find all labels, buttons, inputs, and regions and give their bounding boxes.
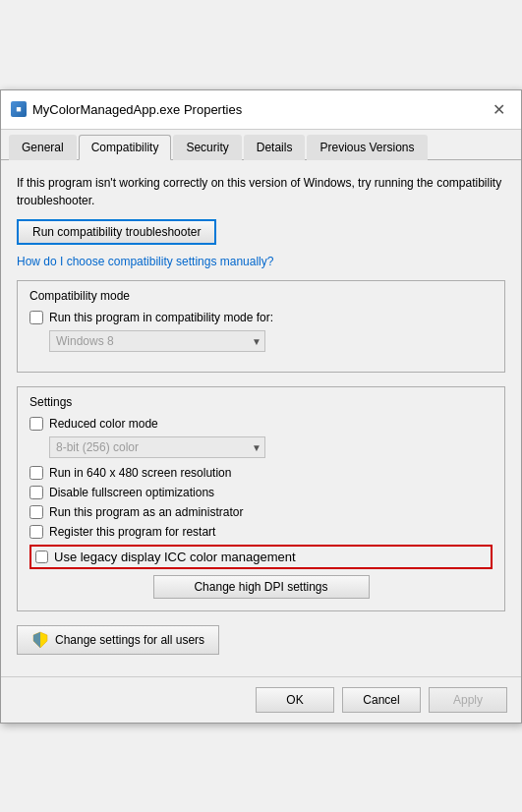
help-link[interactable]: How do I choose compatibility settings m… (17, 255, 505, 268)
compat-mode-checkbox-label[interactable]: Run this program in compatibility mode f… (49, 311, 273, 324)
footer-buttons: OK Cancel Apply (1, 676, 521, 723)
fullscreen-checkbox[interactable] (29, 486, 43, 499)
icc-highlight-row: Use legacy display ICC color management (29, 545, 493, 569)
settings-section: Settings Reduced color mode 8-bit (256) … (17, 386, 505, 611)
compat-mode-checkbox-row: Run this program in compatibility mode f… (29, 311, 493, 324)
compat-mode-dropdown-wrapper: Windows 8 Windows 7 Windows Vista (SP2) … (49, 330, 265, 352)
resolution-label[interactable]: Run in 640 x 480 screen resolution (49, 466, 231, 480)
admin-label[interactable]: Run this program as an administrator (49, 505, 243, 519)
admin-row: Run this program as an administrator (29, 505, 493, 519)
settings-label: Settings (29, 395, 493, 409)
window-title: MyColorManagedApp.exe Properties (32, 102, 242, 117)
icc-label[interactable]: Use legacy display ICC color management (54, 550, 296, 564)
restart-label[interactable]: Register this program for restart (49, 525, 215, 539)
properties-window: ■ MyColorManagedApp.exe Properties ✕ Gen… (0, 89, 522, 724)
compat-mode-checkbox[interactable] (29, 311, 43, 324)
resolution-row: Run in 640 x 480 screen resolution (29, 466, 493, 480)
admin-checkbox[interactable] (29, 505, 43, 519)
compat-mode-dropdown[interactable]: Windows 8 Windows 7 Windows Vista (SP2) … (49, 330, 265, 352)
shield-icon (31, 631, 49, 649)
dpi-button-row: Change high DPI settings (29, 575, 493, 599)
change-dpi-button[interactable]: Change high DPI settings (153, 575, 370, 599)
tab-previous-versions[interactable]: Previous Versions (307, 135, 427, 160)
app-icon: ■ (11, 101, 27, 117)
compatibility-mode-section: Compatibility mode Run this program in c… (17, 280, 505, 373)
title-bar-left: ■ MyColorManagedApp.exe Properties (11, 101, 242, 117)
tab-security[interactable]: Security (173, 135, 241, 160)
fullscreen-label[interactable]: Disable fullscreen optimizations (49, 486, 214, 499)
tab-content: If this program isn't working correctly … (1, 160, 521, 676)
compat-mode-label: Compatibility mode (29, 289, 493, 303)
info-text: If this program isn't working correctly … (17, 174, 505, 209)
all-users-label: Change settings for all users (55, 633, 204, 647)
color-dropdown-wrapper: 8-bit (256) color 16-bit color ▼ (49, 436, 265, 458)
restart-checkbox[interactable] (29, 525, 43, 539)
cancel-button[interactable]: Cancel (342, 687, 421, 713)
title-bar: ■ MyColorManagedApp.exe Properties ✕ (1, 90, 521, 130)
all-users-row: Change settings for all users (17, 625, 505, 655)
ok-button[interactable]: OK (256, 687, 334, 713)
tab-details[interactable]: Details (244, 135, 306, 160)
apply-button[interactable]: Apply (429, 687, 507, 713)
restart-row: Register this program for restart (29, 525, 493, 539)
color-depth-dropdown[interactable]: 8-bit (256) color 16-bit color (49, 436, 265, 458)
fullscreen-row: Disable fullscreen optimizations (29, 486, 493, 499)
reduced-color-row: Reduced color mode (29, 417, 493, 431)
tab-compatibility[interactable]: Compatibility (79, 135, 172, 160)
tab-general[interactable]: General (9, 135, 77, 160)
resolution-checkbox[interactable] (29, 466, 43, 480)
close-button[interactable]: ✕ (487, 98, 511, 121)
reduced-color-label[interactable]: Reduced color mode (49, 417, 158, 431)
reduced-color-checkbox[interactable] (29, 417, 43, 431)
all-users-button[interactable]: Change settings for all users (17, 625, 219, 655)
tab-bar: General Compatibility Security Details P… (1, 130, 521, 160)
run-troubleshooter-button[interactable]: Run compatibility troubleshooter (17, 219, 216, 245)
icc-checkbox[interactable] (35, 551, 48, 563)
